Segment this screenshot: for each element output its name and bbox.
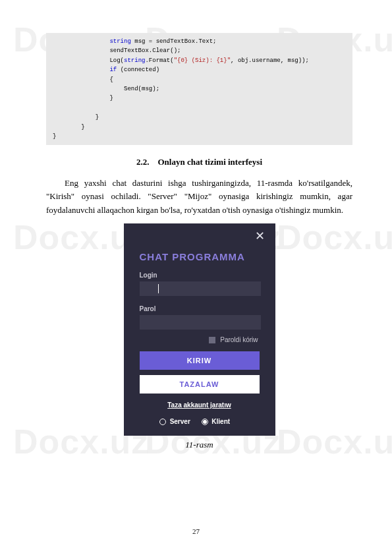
close-icon[interactable]: ✕ <box>255 229 265 243</box>
page-number: 27 <box>0 527 392 535</box>
login-button[interactable]: KIRIW <box>140 351 260 370</box>
radio-klient[interactable] <box>202 419 208 425</box>
checkbox-icon[interactable] <box>209 337 215 343</box>
radio-server-label: Server <box>170 418 190 425</box>
create-account-link[interactable]: Taza akkaunt jaratıw <box>134 401 265 409</box>
app-screenshot: ✕ CHAT PROGRAMMA Login Parol Paroldi kór… <box>124 223 275 436</box>
figure-caption: 11-rasm <box>46 440 352 450</box>
section-heading: 2.2. Onlayn chat tizimi interfeysi <box>46 157 352 167</box>
app-title: CHAT PROGRAMMA <box>140 251 265 262</box>
heading-number: 2.2. <box>136 157 150 167</box>
radio-server[interactable] <box>159 419 166 425</box>
login-label: Login <box>140 272 265 279</box>
show-password-row[interactable]: Paroldi kóriw <box>134 336 258 343</box>
parol-label: Parol <box>140 305 265 312</box>
code-block: string msg = sendTextBox.Text; sendTextB… <box>46 33 352 145</box>
body-paragraph: Eng yaxshi chat dasturini ishga tushirga… <box>46 177 352 216</box>
heading-text: Onlayn chat tizimi interfeysi <box>157 157 262 167</box>
radio-klient-label: Klient <box>211 418 230 425</box>
clear-button[interactable]: TAZALAW <box>140 375 260 394</box>
parol-input[interactable] <box>140 315 261 330</box>
text-cursor <box>158 284 159 293</box>
show-password-label: Paroldi kóriw <box>220 336 258 343</box>
role-radio-group: Server Klient <box>134 418 265 425</box>
